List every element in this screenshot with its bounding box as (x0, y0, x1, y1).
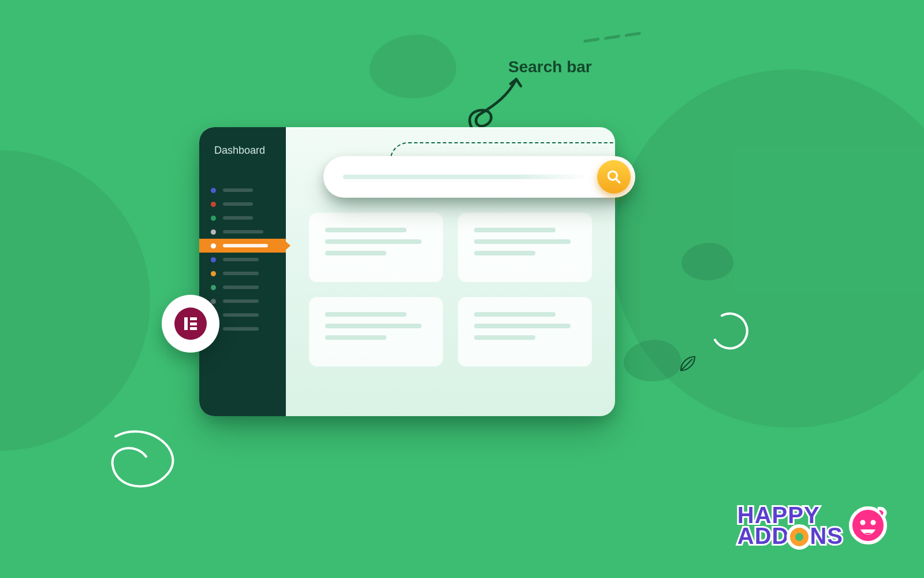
svg-line-1 (616, 179, 619, 182)
placeholder-line (325, 251, 386, 255)
placeholder-line (325, 239, 422, 244)
menu-item-label (223, 230, 263, 234)
menu-dot-icon (211, 229, 216, 235)
sidebar-item[interactable] (199, 239, 286, 253)
menu-dot-icon (211, 202, 216, 207)
decor-squiggle (101, 425, 188, 500)
content-card[interactable] (458, 213, 592, 282)
content-card[interactable] (458, 297, 592, 366)
menu-item-label (223, 244, 268, 247)
sidebar-item[interactable] (199, 225, 286, 239)
brand-logo: HAPPY ADDNS (737, 505, 889, 546)
sidebar-item[interactable] (199, 253, 286, 266)
menu-dot-icon (211, 216, 216, 221)
sidebar-title: Dashboard (199, 144, 286, 157)
bg-blob (681, 243, 733, 280)
menu-item-label (223, 258, 259, 261)
menu-dot-icon (211, 299, 216, 304)
menu-dot-icon (211, 188, 216, 193)
sidebar-item[interactable] (199, 211, 286, 225)
svg-point-3 (860, 520, 866, 525)
search-icon (606, 169, 621, 184)
placeholder-line (474, 324, 571, 328)
search-bar[interactable] (323, 156, 635, 198)
elementor-icon (184, 317, 197, 330)
placeholder-line (474, 251, 535, 255)
menu-dot-icon (211, 257, 216, 262)
placeholder-line (325, 335, 386, 340)
bg-blob (624, 340, 681, 381)
menu-dot-icon (211, 243, 216, 249)
card-grid (309, 213, 592, 366)
decor-dashes (583, 32, 641, 43)
brand-o-ring-icon (790, 528, 808, 546)
placeholder-line (325, 324, 422, 328)
placeholder-line (474, 335, 535, 340)
menu-item-label (223, 216, 253, 220)
placeholder-line (325, 228, 407, 232)
menu-item-label (223, 188, 253, 192)
brand-wordmark: HAPPY ADDNS (737, 505, 843, 546)
svg-point-4 (871, 520, 876, 525)
elementor-badge (162, 295, 219, 353)
bg-blob (370, 35, 456, 98)
placeholder-line (474, 239, 571, 244)
placeholder-line (474, 312, 556, 317)
menu-item-label (223, 299, 259, 303)
brand-face-icon (847, 503, 889, 546)
bg-blob (0, 150, 150, 451)
sidebar-item[interactable] (199, 183, 286, 197)
menu-item-label (223, 286, 259, 289)
content-card[interactable] (309, 213, 443, 282)
menu-item-label (223, 202, 253, 206)
content-card[interactable] (309, 297, 443, 366)
placeholder-line (474, 228, 556, 232)
sidebar-item[interactable] (199, 280, 286, 294)
menu-item-label (223, 313, 259, 317)
search-button[interactable] (597, 160, 631, 194)
sidebar-item[interactable] (199, 266, 286, 280)
decor-leaf-icon (679, 355, 696, 373)
menu-dot-icon (211, 271, 216, 276)
sidebar: Dashboard (199, 127, 286, 416)
menu-item-label (223, 327, 259, 331)
placeholder-line (325, 312, 407, 317)
menu-dot-icon (211, 285, 216, 290)
svg-point-2 (851, 508, 885, 543)
menu-item-label (223, 272, 259, 275)
sidebar-item[interactable] (199, 197, 286, 211)
decor-arc (710, 312, 751, 353)
search-input[interactable] (343, 175, 589, 179)
